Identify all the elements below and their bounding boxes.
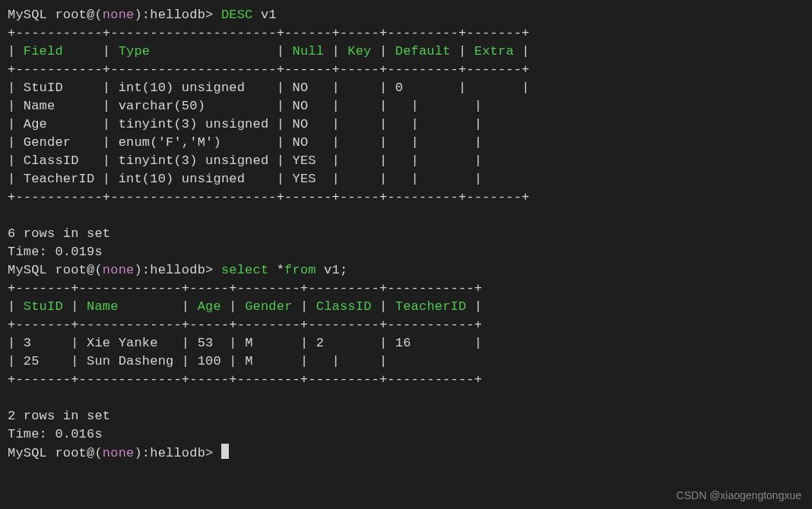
table1-header-row: | Field | Type | Null | Key | Default | …: [8, 44, 530, 58]
table-border: +-------+-------------+-----+--------+--…: [8, 281, 482, 296]
table-row: | TeacherID | int(10) unsigned | YES | |…: [8, 172, 482, 186]
desc-command: DESC: [221, 8, 253, 22]
table-row: | 25 | Sun Dasheng | 100 | M | | |: [8, 354, 387, 368]
table-row: | 3 | Xie Yanke | 53 | M | 2 | 16 |: [8, 336, 482, 350]
table-row: | Age | tinyint(3) unsigned | NO | | | |: [8, 117, 482, 131]
result-rows: 2 rows in set: [8, 409, 110, 423]
table-row: | StuID | int(10) unsigned | NO | | 0 | …: [8, 81, 530, 95]
terminal[interactable]: MySQL root@(none):hellodb> DESC v1 +----…: [0, 0, 812, 469]
table-border: +-----------+---------------------+-----…: [8, 190, 530, 204]
prompt-line: MySQL root@(none):hellodb>: [8, 446, 229, 460]
table-row: | ClassID | tinyint(3) unsigned | YES | …: [8, 153, 482, 168]
table2-body: | 3 | Xie Yanke | 53 | M | 2 | 16 | | 25…: [8, 334, 804, 371]
table2-header-row: | StuID | Name | Age | Gender | ClassID …: [8, 299, 482, 314]
table-border: +-------+-------------+-----+--------+--…: [8, 372, 482, 387]
cursor-block: [221, 444, 229, 459]
prompt-line: MySQL root@(none):hellodb> select *from …: [8, 263, 347, 277]
prompt-line: MySQL root@(none):hellodb> DESC v1: [8, 8, 277, 22]
result-rows: 6 rows in set: [8, 226, 110, 241]
table-row: | Gender | enum('F','M') | NO | | | |: [8, 135, 482, 150]
select-command: select: [221, 263, 268, 277]
table-border: +-----------+---------------------+-----…: [8, 26, 530, 40]
table-border: +-------+-------------+-----+--------+--…: [8, 318, 482, 332]
table-row: | Name | varchar(50) | NO | | | |: [8, 99, 482, 113]
table1-body: | StuID | int(10) unsigned | NO | | 0 | …: [8, 79, 804, 188]
result-time: Time: 0.016s: [8, 427, 103, 441]
table-border: +-----------+---------------------+-----…: [8, 62, 530, 77]
result-time: Time: 0.019s: [8, 245, 103, 259]
watermark: CSDN @xiaogengtongxue: [677, 489, 801, 501]
